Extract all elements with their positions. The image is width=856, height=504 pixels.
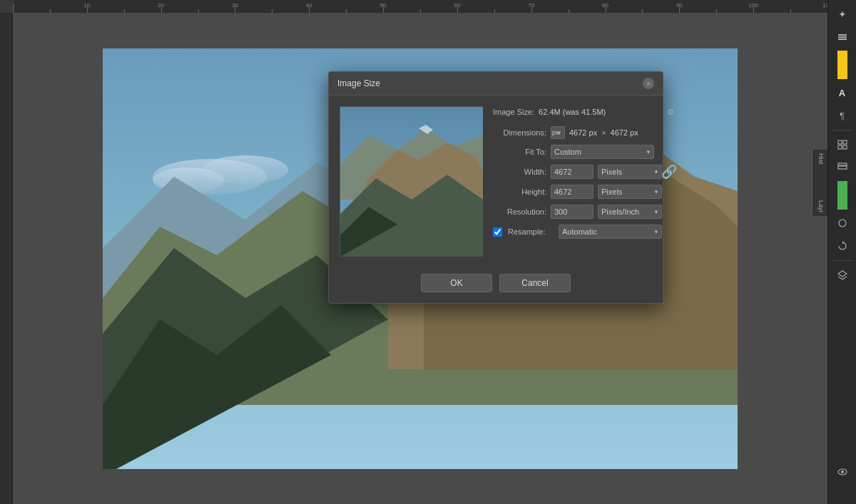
fit-to-wrapper[interactable]: Custom Original Size US Paper (300 ppi) …: [551, 145, 654, 159]
dimensions-unit-select[interactable]: px: [551, 126, 565, 139]
width-label: Width:: [493, 168, 546, 176]
ok-button[interactable]: OK: [421, 274, 492, 292]
resample-checkbox[interactable]: [493, 227, 502, 237]
resolution-unit-select[interactable]: Pixels/Inch Pixels/cm: [598, 205, 662, 219]
resolution-unit-wrapper[interactable]: Pixels/Inch Pixels/cm: [598, 205, 662, 219]
image-size-dialog: Image Size ×: [328, 71, 663, 304]
dimensions-label: Dimensions:: [493, 128, 546, 137]
dialog-content: Image Size: 62.4M (was 41.5M) ⚙ Dimensio…: [329, 96, 663, 267]
dialog-close-button[interactable]: ×: [643, 78, 654, 89]
height-label: Height:: [493, 187, 546, 196]
gear-icon[interactable]: ⚙: [665, 106, 676, 118]
width-unit-select[interactable]: Pixels Percent Inches: [598, 165, 662, 179]
dimensions-row: Dimensions: px 4672 px × 4672 px: [493, 126, 676, 139]
fit-to-label: Fit To:: [493, 148, 546, 156]
width-height-group: Width: Pixels Percent Inches: [493, 165, 676, 199]
width-input[interactable]: [551, 165, 593, 179]
resample-wrapper[interactable]: Automatic Preserve Details Bicubic Smoot…: [559, 225, 662, 239]
height-input[interactable]: [551, 185, 593, 199]
resolution-input[interactable]: [551, 205, 593, 219]
dimensions-width: 4672 px: [569, 128, 597, 137]
dimensions-x: ×: [601, 128, 606, 137]
resolution-label: Resolution:: [493, 207, 546, 216]
dialog-thumbnail: [340, 106, 482, 256]
resample-select[interactable]: Automatic Preserve Details Bicubic Smoot…: [559, 225, 662, 239]
height-unit-wrapper[interactable]: Pixels Percent Inches: [598, 185, 662, 199]
resolution-row: Resolution: Pixels/Inch Pixels/cm: [493, 205, 676, 219]
dialog-overlay: Image Size ×: [0, 0, 856, 504]
dialog-titlebar: Image Size ×: [329, 72, 663, 96]
fit-to-row: Fit To: Custom Original Size US Paper (3…: [493, 145, 676, 159]
dimensions-height: 4672 px: [611, 128, 638, 137]
resample-row: Resample: Automatic Preserve Details Bic…: [493, 225, 676, 239]
width-unit-wrapper[interactable]: Pixels Percent Inches: [598, 165, 662, 179]
dialog-title: Image Size: [337, 78, 380, 88]
link-icon-container: 🔗: [662, 164, 676, 180]
wh-inputs: Width: Pixels Percent Inches: [493, 165, 662, 199]
image-size-value: 62.4M (was 41.5M): [539, 108, 606, 116]
image-size-row: Image Size: 62.4M (was 41.5M) ⚙: [493, 106, 676, 118]
resample-label: Resample:: [508, 227, 554, 236]
height-unit-select[interactable]: Pixels Percent Inches: [598, 185, 662, 199]
width-row: Width: Pixels Percent Inches: [493, 165, 662, 179]
height-row: Height: Pixels Percent Inches: [493, 185, 662, 199]
dialog-buttons: OK Cancel: [329, 267, 663, 303]
dimensions-unit-wrapper[interactable]: px: [551, 126, 565, 139]
dialog-controls: Image Size: 62.4M (was 41.5M) ⚙ Dimensio…: [493, 106, 676, 256]
fit-to-select[interactable]: Custom Original Size US Paper (300 ppi) …: [551, 145, 654, 159]
image-size-label: Image Size:: [493, 108, 534, 116]
cancel-button[interactable]: Cancel: [499, 274, 571, 292]
